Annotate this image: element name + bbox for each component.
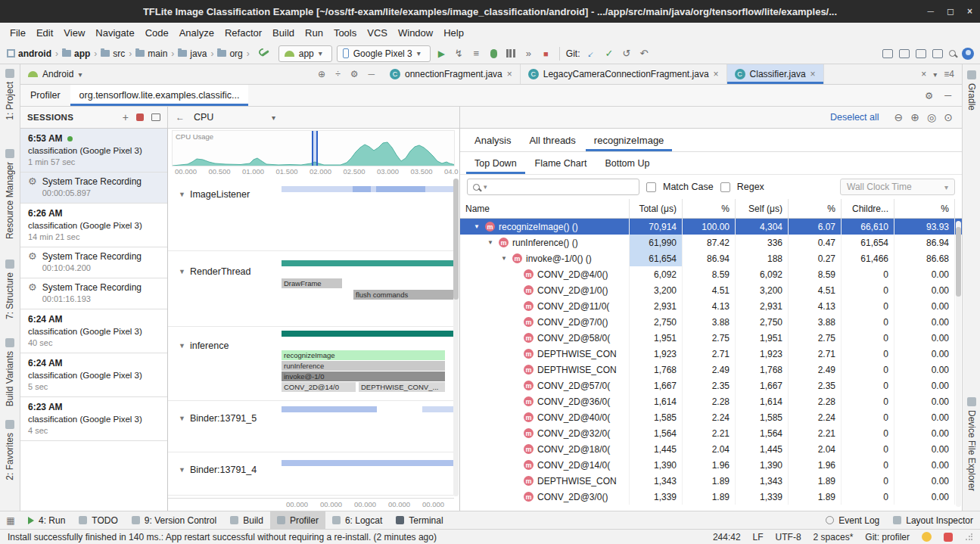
tool-button-6-logcat[interactable]: 6: Logcat (325, 511, 389, 529)
debug-button[interactable] (485, 45, 502, 62)
profile-button[interactable] (502, 45, 520, 62)
match-case-label[interactable]: Match Case (663, 182, 714, 192)
menu-item-code[interactable]: Code (140, 25, 174, 41)
breadcrumb-item-android[interactable]: android (6, 48, 52, 59)
table-scrollbar[interactable] (956, 221, 961, 507)
tool-button-device-file-explorer[interactable]: Device File Explorer (963, 397, 980, 491)
table-row[interactable]: mCONV_2D@7/0()2,7503.882,7503.8800.00 (460, 314, 962, 330)
trace-event-bar[interactable]: invoke@-1/0 (282, 371, 445, 381)
collapse-sessions-icon[interactable] (151, 113, 160, 121)
thread-activity-bar[interactable] (282, 260, 454, 266)
close-tab-icon[interactable]: × (714, 69, 719, 79)
feedback-smiley-icon[interactable] (922, 532, 932, 542)
close-tab-icon[interactable]: × (921, 69, 926, 79)
table-row[interactable]: mCONV_2D@57/0(1,6672.351,6672.3500.00 (460, 378, 962, 393)
tab-all-threads[interactable]: All threads (521, 129, 583, 151)
table-row[interactable]: mDEPTHWISE_CON1,7682.491,7682.4900.00 (460, 362, 962, 378)
resource-manager-icon[interactable] (899, 49, 910, 58)
tool-button-9-version-control[interactable]: 9: Version Control (125, 511, 223, 529)
tool-button-build[interactable]: Build (223, 511, 270, 529)
column-header-total-s[interactable]: Total (μs) (630, 199, 683, 218)
project-view-selector[interactable]: Android (42, 69, 73, 79)
reset-zoom-icon[interactable]: ◎ (927, 111, 936, 123)
git-rollback-button[interactable]: ↶ (635, 45, 652, 62)
expand-arrow-icon[interactable]: ▼ (501, 255, 509, 262)
table-row[interactable]: mCONV_2D@3/0()1,3391.891,3391.8900.00 (460, 489, 962, 505)
table-row[interactable]: mCONV_2D@11/0(2,9314.132,9314.1300.00 (460, 298, 962, 314)
expand-arrow-icon[interactable]: ▼ (487, 239, 495, 246)
table-row[interactable]: ▼mrunInference() ()61,99087.423360.4761,… (460, 235, 962, 250)
tool-button-todo[interactable]: TODO (72, 511, 124, 529)
subtab-top-down[interactable]: Top Down (466, 152, 525, 174)
menu-item-tools[interactable]: Tools (328, 25, 362, 41)
trace-event-bar[interactable]: recognizeImage (282, 350, 445, 360)
gear-icon[interactable]: ⚙ (925, 90, 933, 101)
table-row[interactable]: ▼minvoke@-1/0() ()61,65486.941880.2761,4… (460, 250, 962, 266)
menu-item-file[interactable]: File (5, 25, 31, 41)
tool-button-7-structure[interactable]: 7: Structure (0, 260, 20, 319)
hidden-tabs-count[interactable]: ≡4 (944, 69, 954, 79)
expand-arrow-icon[interactable]: ▼ (474, 223, 481, 230)
menu-item-run[interactable]: Run (300, 25, 328, 41)
table-row[interactable]: mCONV_2D@18/0(1,4452.041,4452.0400.00 (460, 441, 962, 457)
thread-activity-bar[interactable] (282, 460, 454, 466)
thread-row-binder-13791-4[interactable]: ▼Binder:13791_4 (168, 452, 454, 496)
tool-button-event-log[interactable]: Event Log (819, 511, 886, 529)
editor-tab-onnectionfragment-java[interactable]: ConnectionFragment.java× (382, 64, 521, 84)
hidden-tabs-icon[interactable]: ▾ (933, 70, 937, 79)
zoom-in-icon[interactable]: ⊕ (910, 111, 919, 123)
trace-recording-item[interactable]: ⚙System Trace Recording00:00:05.897 (20, 173, 167, 204)
project-settings-icon[interactable]: ⚙ (350, 69, 359, 79)
menu-item-edit[interactable]: Edit (31, 25, 58, 41)
git-history-button[interactable]: ↺ (618, 45, 635, 62)
menu-item-help[interactable]: Help (438, 25, 469, 41)
menu-item-refactor[interactable]: Refactor (219, 25, 267, 41)
git-branch-indicator[interactable]: Git: profiler (865, 532, 910, 542)
thread-row-renderthread[interactable]: DrawFrameflush commands▼RenderThread (168, 251, 454, 327)
tab-analysis[interactable]: Analysis (466, 129, 519, 151)
collapse-all-icon[interactable]: ÷ (335, 69, 341, 79)
thread-row-imagelistener[interactable]: ▼ImageListener (168, 179, 454, 251)
git-update-button[interactable]: ↓ (580, 42, 604, 66)
tool-button-build-variants[interactable]: Build Variants (0, 338, 20, 406)
deselect-all-link[interactable]: Deselect all (830, 112, 879, 123)
table-scrollbar-thumb[interactable] (956, 227, 961, 297)
match-case-checkbox[interactable] (646, 182, 656, 192)
table-row[interactable]: mCONV_2D@58/0(1,9512.751,9512.7500.00 (460, 330, 962, 346)
table-row[interactable]: mCONV_2D@4/0()6,0928.596,0928.5900.00 (460, 266, 962, 282)
column-header-[interactable]: % (894, 199, 955, 218)
cpu-selector[interactable]: CPU ▾ (194, 112, 275, 123)
apply-changes-button[interactable]: ↯ (450, 45, 468, 62)
hide-panel-icon[interactable]: ─ (368, 69, 375, 79)
table-row[interactable]: mCONV_2D@40/0(1,5852.241,5852.2400.00 (460, 409, 962, 425)
thread-label[interactable]: ▼inference (179, 340, 229, 351)
regex-label[interactable]: Regex (737, 182, 764, 192)
table-row[interactable]: mCONV_2D@32/0(1,5642.211,5642.2100.00 (460, 425, 962, 441)
apply-code-changes-button[interactable]: ≡ (468, 45, 485, 62)
table-row[interactable]: mCONV_2D@1/0()3,2004.513,2004.5100.00 (460, 282, 962, 298)
menu-item-view[interactable]: View (58, 25, 90, 41)
menu-item-vcs[interactable]: VCS (362, 25, 393, 41)
breadcrumb-item-app[interactable]: app (61, 48, 91, 59)
trace-recording-item[interactable]: ⚙System Trace Recording00:01:16.193 (20, 278, 167, 309)
locate-file-icon[interactable]: ⊕ (318, 69, 325, 79)
run-button[interactable]: ▶ (433, 45, 450, 62)
tool-button-gradle[interactable]: Gradle (963, 70, 980, 110)
stop-button[interactable]: ■ (537, 45, 555, 62)
thread-row-inference[interactable]: recognizeImagerunInferenceinvoke@-1/0CON… (168, 327, 454, 401)
selection-range-handle[interactable] (312, 131, 318, 166)
close-tab-icon[interactable]: × (507, 69, 512, 79)
notification-badge-icon[interactable] (944, 533, 953, 542)
menu-item-analyze[interactable]: Analyze (174, 25, 219, 41)
trace-recording-item[interactable]: ⚙System Trace Recording00:10:04.200 (20, 247, 167, 278)
breadcrumb-item-main[interactable]: main (135, 48, 168, 59)
encoding-indicator[interactable]: UTF-8 (776, 532, 801, 542)
device-manager-icon[interactable] (882, 49, 893, 58)
line-ending-indicator[interactable]: LF (753, 532, 764, 542)
table-row[interactable]: ▼mrecognizeImage() ()70,914100.004,3046.… (460, 219, 962, 235)
table-row[interactable]: mDEPTHWISE_CON1,3431.891,3431.8900.00 (460, 473, 962, 489)
close-window-icon[interactable]: × (967, 6, 972, 17)
sdk-manager-icon[interactable] (932, 49, 943, 58)
profile-avatar[interactable] (962, 48, 974, 60)
resize-grip[interactable] (965, 533, 972, 541)
